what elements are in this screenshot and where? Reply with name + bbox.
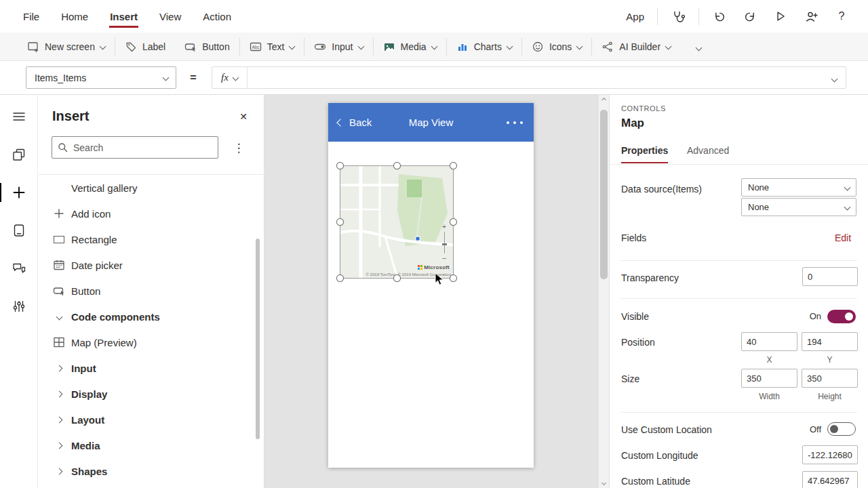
app-checker-icon[interactable] [668,6,688,26]
resize-handle-se[interactable] [450,274,457,282]
scrollbar-thumb[interactable] [600,110,608,279]
rail-menu-button[interactable] [0,98,37,136]
kebab-menu-icon[interactable]: ⋮ [231,138,247,158]
ribbon-text[interactable]: Abc Text [240,33,304,61]
button-icon [184,41,197,53]
chevron-down-icon [831,75,838,82]
rail-data-button[interactable] [0,211,37,249]
formula-input[interactable] [248,67,823,88]
preview-play-icon[interactable] [770,6,791,26]
rail-insert-button[interactable] [0,174,37,211]
insert-item-vertical-gallery[interactable]: Vertical gallery [38,175,264,201]
transparency-input[interactable] [802,267,858,286]
insert-section-shapes[interactable]: Shapes [38,458,264,484]
rectangle-icon [52,232,66,247]
resize-handle-sw[interactable] [336,274,344,282]
rail-advanced-tools-button[interactable] [0,287,37,325]
hamburger-icon [12,109,26,124]
formula-expand-chevron[interactable] [823,73,846,83]
zoom-out-button[interactable]: − [442,255,446,262]
resize-handle-e[interactable] [450,218,457,226]
rail-tree-view-button[interactable] [0,136,37,174]
insert-item-button[interactable]: Button [38,278,264,304]
insert-item-label: Date picker [71,260,123,271]
insert-section-code-components[interactable]: Code components [38,304,264,329]
overflow-dots-icon[interactable] [507,103,523,142]
chevron-right-icon [52,361,66,375]
insert-item-label: Button [71,285,100,297]
data-source-dropdown-1[interactable]: None [741,178,856,197]
menu-file[interactable]: File [12,0,50,33]
plus-icon [52,206,66,221]
zoom-in-button[interactable]: + [442,223,446,230]
fx-button[interactable]: fx [212,67,248,88]
app-menu[interactable]: App [626,11,644,22]
properties-panel: CONTROLS Map Properties Advanced Data so… [609,95,868,488]
scroll-down-arrow[interactable] [599,478,609,488]
ribbon-charts[interactable]: Charts [447,33,521,61]
undo-icon[interactable] [709,6,730,26]
insert-section-media[interactable]: Media [38,432,264,458]
rail-comments-button[interactable] [0,249,37,287]
ribbon-media[interactable]: Media [374,33,446,61]
insert-item-date-picker[interactable]: Date picker [38,252,264,278]
custom-latitude-input[interactable] [802,471,858,488]
back-button[interactable]: Back [338,103,372,142]
size-height-input[interactable] [802,369,858,388]
search-input[interactable] [73,142,212,153]
scroll-up-arrow[interactable] [599,95,609,105]
insert-section-layout[interactable]: Layout [38,407,264,432]
ribbon-label: Icons [549,41,572,52]
use-custom-location-toggle[interactable] [827,422,856,436]
position-x-input[interactable] [741,332,797,351]
menu-home[interactable]: Home [50,0,99,33]
menu-insert[interactable]: Insert [99,0,149,33]
tab-properties[interactable]: Properties [621,145,668,163]
map-control-selected[interactable]: + − Microsoft © 2019 TomTom, © 2019 Micr… [340,166,453,278]
size-width-input[interactable] [741,369,797,388]
data-source-dropdown-2[interactable]: None [741,198,856,216]
ribbon-label-control[interactable]: Label [115,33,175,61]
visible-toggle[interactable] [827,310,856,323]
x-caption: X [741,355,797,365]
ribbon-ai-builder[interactable]: AI Builder [592,33,680,61]
redo-icon[interactable] [740,6,760,26]
property-selector[interactable]: Items_Items [26,66,176,89]
ribbon-icons[interactable]: Icons [522,33,591,61]
tab-advanced[interactable]: Advanced [687,145,729,164]
custom-longitude-input[interactable] [802,445,858,464]
fields-edit-link[interactable]: Edit [835,232,851,243]
app-screen[interactable]: Map View Back [328,103,534,468]
zoom-slider[interactable] [444,232,445,253]
data-source-label: Data source(Items) [621,184,702,195]
share-user-icon[interactable] [801,6,821,26]
resize-handle-nw[interactable] [336,162,344,169]
insert-item-map-preview[interactable]: Map (Preview) [38,329,264,355]
insert-section-display[interactable]: Display [38,381,264,407]
resize-handle-w[interactable] [336,218,344,226]
insert-item-rectangle[interactable]: Rectangle [38,226,264,252]
ribbon-button-control[interactable]: Button [175,33,239,61]
map-logo-text: Microsoft [424,264,450,270]
menu-action[interactable]: Action [192,0,242,33]
canvas-area: Map View Back + − [264,95,609,488]
insert-section-input[interactable]: Input [38,355,264,381]
resize-handle-s[interactable] [393,274,401,282]
custom-latitude-label: Custom Latitude [621,476,690,487]
insert-item-add-icon[interactable]: Add icon [38,201,264,226]
sliders-icon [12,299,26,314]
insert-panel: Insert ✕ ⋮ Vertical gallery Add icon Rec… [38,95,264,488]
panel-scrollbar[interactable] [256,239,260,439]
resize-handle-n[interactable] [393,162,401,169]
ribbon-input[interactable]: Input [304,33,372,61]
ribbon-overflow-chevron[interactable] [691,36,707,58]
ribbon-new-screen[interactable]: New screen [18,33,115,61]
position-y-input[interactable] [802,332,858,351]
chevron-down-icon [431,43,437,50]
size-label: Size [621,373,639,384]
menu-view[interactable]: View [149,0,192,33]
help-icon[interactable]: ? [831,6,852,26]
resize-handle-ne[interactable] [450,162,457,169]
close-icon[interactable]: ✕ [237,110,250,123]
left-icon-rail [0,95,38,488]
